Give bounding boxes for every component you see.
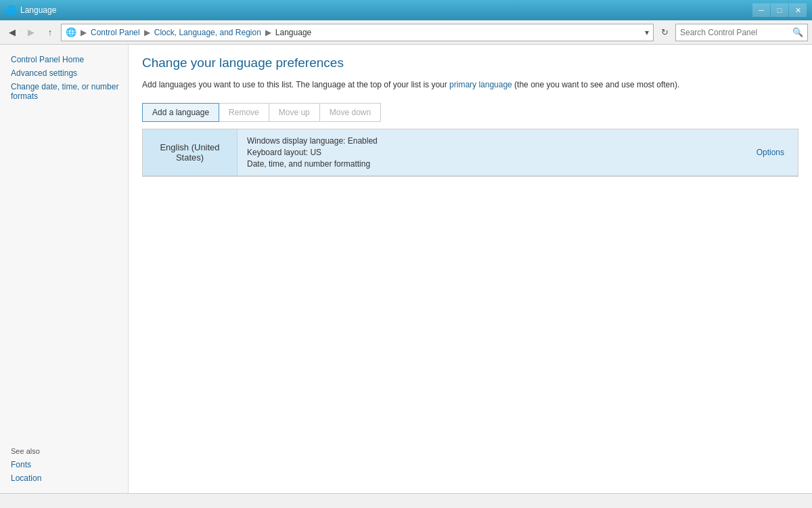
page-title: Change your language preferences <box>142 56 798 70</box>
address-bar: ◀ ▶ ↑ 🌐 ▶ Control Panel ▶ Clock, Languag… <box>0 20 812 45</box>
remove-button[interactable]: Remove <box>219 103 269 122</box>
search-box: 🔍 <box>675 24 808 41</box>
title-bar-controls: ─ □ ✕ <box>752 3 807 17</box>
sidebar-control-panel-home[interactable]: Control Panel Home <box>11 53 128 66</box>
refresh-button[interactable]: ↻ <box>656 24 673 41</box>
maximize-button[interactable]: □ <box>771 3 788 17</box>
breadcrumb-clock-language[interactable]: Clock, Language, and Region <box>154 28 261 37</box>
language-name: English (UnitedStates) <box>143 129 238 175</box>
move-down-button[interactable]: Move down <box>319 103 381 122</box>
language-list: English (UnitedStates) Windows display l… <box>142 129 798 177</box>
up-button[interactable]: ↑ <box>42 24 58 41</box>
description: Add languages you want to use to this li… <box>142 79 798 91</box>
title-bar: 🌐 Language ─ □ ✕ <box>0 0 812 20</box>
breadcrumb-control-panel[interactable]: Control Panel <box>91 28 140 37</box>
add-language-button[interactable]: Add a language <box>142 103 219 122</box>
location-link[interactable]: Location <box>11 471 128 485</box>
language-details: Windows display language: Enabled Keyboa… <box>238 129 743 175</box>
main-layout: Control Panel Home Advanced settings Cha… <box>0 45 812 493</box>
address-field: 🌐 ▶ Control Panel ▶ Clock, Language, and… <box>61 24 654 41</box>
title-bar-left: 🌐 Language <box>5 5 56 16</box>
move-up-button[interactable]: Move up <box>269 103 320 122</box>
minimize-button[interactable]: ─ <box>752 3 770 17</box>
window-title: Language <box>20 5 56 15</box>
display-language-detail: Windows display language: Enabled <box>247 136 734 146</box>
address-icon: 🌐 <box>66 27 76 37</box>
sidebar-advanced-settings[interactable]: Advanced settings <box>11 66 128 80</box>
content-area: Change your language preferences Add lan… <box>129 45 812 493</box>
breadcrumb-current: Language <box>275 28 311 37</box>
sidebar: Control Panel Home Advanced settings Cha… <box>0 45 129 493</box>
options-link[interactable]: Options <box>757 148 784 157</box>
language-toolbar: Add a language Remove Move up Move down <box>142 103 798 122</box>
back-button[interactable]: ◀ <box>4 24 20 41</box>
date-time-detail: Date, time, and number formatting <box>247 159 734 169</box>
see-also-title: See also <box>11 442 128 455</box>
status-bar <box>0 493 812 508</box>
keyboard-layout-detail: Keyboard layout: US <box>247 148 734 157</box>
language-item: English (UnitedStates) Windows display l… <box>143 129 798 176</box>
search-input[interactable] <box>680 28 792 37</box>
window-icon: 🌐 <box>5 5 16 16</box>
forward-button[interactable]: ▶ <box>23 24 39 41</box>
fonts-link[interactable]: Fonts <box>11 458 128 471</box>
language-options-cell: Options <box>743 129 798 175</box>
sidebar-change-date-time[interactable]: Change date, time, or number formats <box>11 80 128 103</box>
close-button[interactable]: ✕ <box>789 3 807 17</box>
search-icon[interactable]: 🔍 <box>792 27 803 37</box>
address-chevron-icon[interactable]: ▾ <box>645 28 649 37</box>
primary-highlight: primary language <box>449 80 512 89</box>
